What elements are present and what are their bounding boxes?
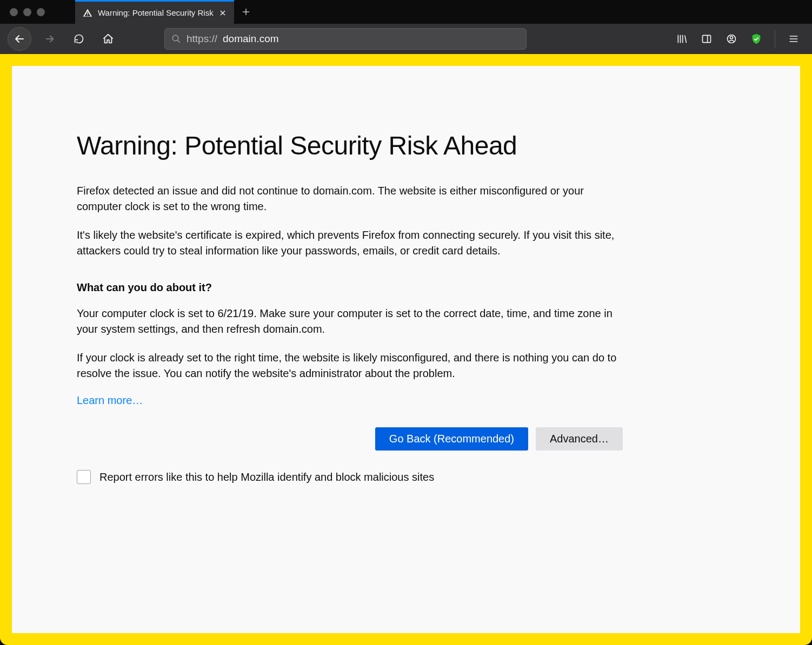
subheading: What can you do about it? xyxy=(77,281,735,294)
home-button[interactable] xyxy=(97,28,119,50)
library-icon xyxy=(676,33,687,44)
warning-icon xyxy=(83,8,92,18)
window-minimize-button[interactable] xyxy=(23,8,31,16)
svg-rect-1 xyxy=(703,35,711,42)
titlebar: Warning: Potential Security Risk xyxy=(0,0,812,24)
app-menu-button[interactable] xyxy=(783,28,804,50)
sidebar-button[interactable] xyxy=(696,28,717,50)
hamburger-icon xyxy=(788,33,799,44)
shield-icon xyxy=(750,33,762,45)
reload-button[interactable] xyxy=(68,28,90,50)
error-paragraph-4: If your clock is already set to the righ… xyxy=(77,350,623,381)
learn-more-link[interactable]: Learn more… xyxy=(77,394,143,407)
button-row: Go Back (Recommended) Advanced… xyxy=(77,427,623,451)
advanced-button[interactable]: Advanced… xyxy=(536,427,623,451)
report-row: Report errors like this to help Mozilla … xyxy=(77,470,735,484)
error-paragraph-3: Your computer clock is set to 6/21/19. M… xyxy=(77,306,623,337)
svg-point-3 xyxy=(730,36,733,39)
home-icon xyxy=(102,33,114,45)
library-button[interactable] xyxy=(671,28,693,50)
url-scheme: https:// xyxy=(187,33,217,45)
forward-button xyxy=(39,28,61,50)
arrow-left-icon xyxy=(13,32,26,45)
close-tab-icon[interactable] xyxy=(219,9,227,17)
back-button[interactable] xyxy=(8,27,31,51)
account-icon xyxy=(726,33,737,44)
error-page: Warning: Potential Security Risk Ahead F… xyxy=(12,66,800,633)
report-checkbox[interactable] xyxy=(77,470,91,484)
window-controls xyxy=(10,8,45,16)
protection-button[interactable] xyxy=(746,28,767,50)
svg-point-0 xyxy=(172,35,178,41)
reload-icon xyxy=(74,33,84,44)
window-zoom-button[interactable] xyxy=(37,8,45,16)
plus-icon xyxy=(241,7,251,17)
url-bar[interactable]: https://domain.com xyxy=(164,28,527,50)
navbar: https://domain.com xyxy=(0,24,812,54)
error-paragraph-2: It's likely the website's certificate is… xyxy=(77,227,623,259)
arrow-right-icon xyxy=(44,33,56,45)
page-title: Warning: Potential Security Risk Ahead xyxy=(77,131,735,160)
search-icon xyxy=(171,34,181,44)
tab-active[interactable]: Warning: Potential Security Risk xyxy=(75,0,234,24)
error-paragraph-1: Firefox detected an issue and did not co… xyxy=(77,183,623,214)
window-close-button[interactable] xyxy=(10,8,18,16)
tab-title: Warning: Potential Security Risk xyxy=(98,8,214,17)
sidebar-icon xyxy=(701,33,712,44)
go-back-button[interactable]: Go Back (Recommended) xyxy=(375,427,528,451)
content-frame: Warning: Potential Security Risk Ahead F… xyxy=(0,54,812,645)
toolbar-separator xyxy=(775,30,775,48)
account-button[interactable] xyxy=(721,28,742,50)
url-host: domain.com xyxy=(223,33,279,45)
toolbar-right xyxy=(671,28,804,50)
new-tab-button[interactable] xyxy=(234,0,258,24)
report-label: Report errors like this to help Mozilla … xyxy=(99,471,434,483)
